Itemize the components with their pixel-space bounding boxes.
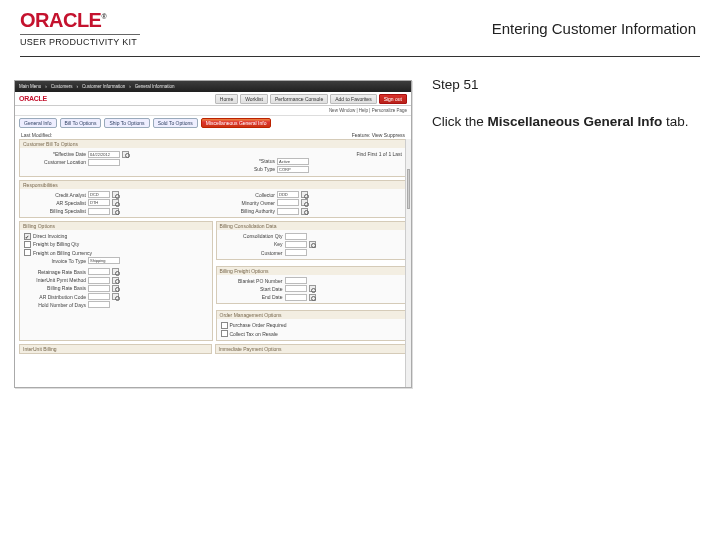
- page-title: Entering Customer Information: [492, 20, 696, 37]
- window-links-text[interactable]: New Window | Help | Personalize Page: [329, 108, 407, 113]
- panel-consolidation: Billing Consolidation Data Consolidation…: [216, 221, 408, 260]
- panel-interunit-billing: InterUnit Billing: [19, 344, 212, 354]
- checkbox-freight-qty[interactable]: [24, 241, 31, 248]
- lookup-icon[interactable]: [301, 199, 308, 206]
- billing-specialist-input[interactable]: [88, 208, 110, 215]
- checkbox-collect-tax[interactable]: [221, 330, 228, 337]
- checkbox-freight-currency[interactable]: [24, 249, 31, 256]
- panel-immediate-payment: Immediate Payment Options: [215, 344, 408, 354]
- brand-divider: [20, 34, 140, 35]
- field-customer-location: Customer Location: [24, 158, 213, 166]
- field-sub-type: Sub Type CORP: [213, 165, 402, 173]
- header-rule: [20, 56, 700, 57]
- calendar-icon[interactable]: [309, 294, 316, 301]
- panel-header: Billing Freight Options: [217, 267, 407, 275]
- app-logo: ORACLE: [19, 95, 47, 102]
- scrollbar-thumb[interactable]: [407, 169, 410, 209]
- lookup-icon[interactable]: [301, 208, 308, 215]
- tab-general-info[interactable]: General Info: [19, 118, 57, 128]
- lookup-icon[interactable]: [301, 191, 308, 198]
- checkbox-direct-invoicing[interactable]: ✔: [24, 233, 31, 240]
- breadcrumb-item: Customers: [51, 84, 73, 89]
- panel-header: Customer Bill To Options: [20, 140, 406, 148]
- invoice-to-type-input[interactable]: Shipping: [88, 257, 120, 264]
- nav-worklist[interactable]: Worklist: [240, 94, 268, 104]
- customer-location-input[interactable]: [88, 159, 120, 166]
- panel-header: Responsibilities: [20, 181, 406, 189]
- brand-text: ORACLE: [20, 9, 101, 31]
- lookup-icon[interactable]: [112, 208, 119, 215]
- calendar-icon[interactable]: [309, 285, 316, 292]
- scrollbar[interactable]: [405, 139, 411, 387]
- lookup-icon[interactable]: [112, 285, 119, 292]
- panel-freight-options: Billing Freight Options Blanket PO Numbe…: [216, 266, 408, 305]
- lookup-icon[interactable]: [112, 293, 119, 300]
- panel-responsibilities: Responsibilities Credit AnalystDCD AR Sp…: [19, 180, 407, 219]
- effective-date-input[interactable]: 04/22/2012: [88, 151, 120, 158]
- calendar-icon[interactable]: [122, 151, 129, 158]
- breadcrumb-item: Main Menu: [19, 84, 41, 89]
- panel-header: Immediate Payment Options: [216, 345, 407, 353]
- instruction-text: Click the Miscellaneous General Info tab…: [432, 113, 696, 132]
- panel-header: InterUnit Billing: [20, 345, 211, 353]
- nav-performance[interactable]: Performance Console: [270, 94, 328, 104]
- breadcrumb-sep: ›: [129, 84, 131, 89]
- subheader-row: Last Modified: Feature: View Suppress: [15, 131, 411, 139]
- form-body: Customer Bill To Options *Effective Date…: [15, 139, 411, 387]
- tab-ship-to-options[interactable]: Ship To Options: [104, 118, 149, 128]
- pager-text: Find First 1 of 1 Last: [213, 150, 402, 157]
- tab-bill-to-options[interactable]: Bill To Options: [60, 118, 102, 128]
- minority-owner-input[interactable]: [277, 199, 299, 206]
- panel-bill-to-options: Customer Bill To Options *Effective Date…: [19, 139, 407, 177]
- lookup-icon[interactable]: [112, 199, 119, 206]
- breadcrumb-sep: ›: [77, 84, 79, 89]
- status-input[interactable]: Active: [277, 158, 309, 165]
- tab-misc-general-info[interactable]: Miscellaneous General Info: [201, 118, 272, 128]
- brand-logo: ORACLE® USER PRODUCTIVITY KIT: [20, 9, 140, 47]
- subheader-left: Last Modified:: [21, 132, 52, 138]
- subheader-right: Feature: View Suppress: [352, 132, 405, 138]
- app-topbar: ORACLE Home Worklist Performance Console…: [15, 92, 411, 106]
- sub-type-input[interactable]: CORP: [277, 166, 309, 173]
- nav-home[interactable]: Home: [215, 94, 238, 104]
- lookup-icon[interactable]: [309, 241, 316, 248]
- instruction-after: tab.: [662, 114, 688, 129]
- app-screenshot: Main Menu › Customers › Customer Informa…: [14, 80, 412, 388]
- panel-header: Order Management Options: [217, 311, 407, 319]
- field-effective-date: *Effective Date 04/22/2012: [24, 150, 213, 158]
- step-label: Step 51: [432, 76, 696, 95]
- breadcrumb-sep: ›: [45, 84, 47, 89]
- brand-subtitle: USER PRODUCTIVITY KIT: [20, 37, 140, 47]
- instruction-bold: Miscellaneous General Info: [488, 114, 663, 129]
- billing-authority-input[interactable]: [277, 208, 299, 215]
- panel-billing-options: Billing Options ✔Direct Invoicing Freigh…: [19, 221, 213, 341]
- brand-trademark: ®: [101, 13, 106, 20]
- breadcrumb-item: Customer Information: [82, 84, 125, 89]
- panel-header: Billing Options: [20, 222, 212, 230]
- tab-strip: General Info Bill To Options Ship To Opt…: [15, 116, 411, 131]
- nav-favorites[interactable]: Add to Favorites: [330, 94, 376, 104]
- checkbox-po-required[interactable]: [221, 322, 228, 329]
- field-status: *Status Active: [213, 157, 402, 165]
- brand-word: ORACLE®: [20, 9, 140, 32]
- panel-order-mgmt: Order Management Options Purchase Order …: [216, 310, 408, 340]
- nav-signout[interactable]: Sign out: [379, 94, 407, 104]
- window-links: New Window | Help | Personalize Page: [15, 106, 411, 116]
- ar-specialist-input[interactable]: DTH: [88, 199, 110, 206]
- tab-sold-to-options[interactable]: Sold To Options: [153, 118, 198, 128]
- breadcrumb: Main Menu › Customers › Customer Informa…: [15, 81, 411, 92]
- lookup-icon[interactable]: [112, 277, 119, 284]
- lookup-icon[interactable]: [112, 268, 119, 275]
- collector-input[interactable]: DDD: [277, 191, 299, 198]
- credit-analyst-input[interactable]: DCD: [88, 191, 110, 198]
- lookup-icon[interactable]: [112, 191, 119, 198]
- panel-header: Billing Consolidation Data: [217, 222, 407, 230]
- instruction-before: Click the: [432, 114, 488, 129]
- app-nav: Home Worklist Performance Console Add to…: [215, 94, 407, 104]
- breadcrumb-item: General Information: [135, 84, 175, 89]
